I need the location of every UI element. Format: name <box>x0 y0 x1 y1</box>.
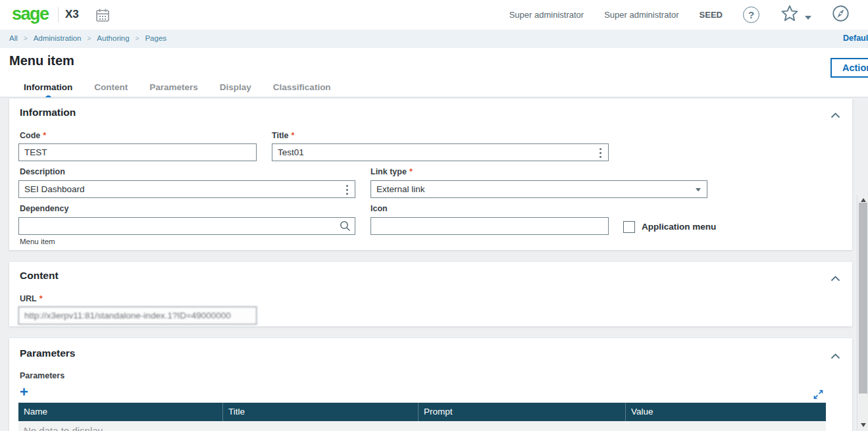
breadcrumb-separator-icon: > <box>88 35 91 42</box>
breadcrumb-item-all[interactable]: All <box>9 34 18 42</box>
information-heading: Information <box>20 107 76 118</box>
user-name[interactable]: Super administrator <box>509 10 584 20</box>
code-label-text: Code <box>20 131 40 140</box>
parameters-table: Name Title Prompt Value No data to displ… <box>18 403 826 431</box>
column-header-title[interactable]: Title <box>222 403 418 421</box>
parameters-group-label: Parameters <box>20 371 64 380</box>
tab-display[interactable]: Display <box>220 82 251 99</box>
breadcrumb-separator-icon: > <box>24 35 28 42</box>
expand-table-icon[interactable] <box>813 390 823 402</box>
required-marker: * <box>291 131 294 140</box>
title-label-text: Title <box>272 131 288 140</box>
calendar-icon[interactable] <box>95 8 110 22</box>
breadcrumb-item-pages[interactable]: Pages <box>145 34 166 42</box>
chevron-down-icon <box>696 188 701 191</box>
required-marker: * <box>43 131 46 140</box>
code-label: Code* <box>20 131 46 140</box>
endpoint-selector[interactable]: SEED <box>700 10 723 20</box>
url-label: URL* <box>20 294 43 303</box>
topbar-right-cluster: Super administrator Super administrator … <box>509 0 850 30</box>
column-header-prompt[interactable]: Prompt <box>418 403 625 421</box>
url-label-text: URL <box>20 294 37 303</box>
scrollbar-down-arrow-icon[interactable] <box>857 420 868 430</box>
breadcrumb-bar: All > Administration > Authoring > Pages… <box>0 30 868 48</box>
column-header-name[interactable]: Name <box>18 403 222 421</box>
search-icon[interactable] <box>340 220 351 234</box>
sage-logo[interactable]: sage <box>12 4 49 24</box>
link-type-select[interactable]: External link <box>370 180 707 198</box>
required-marker: * <box>409 167 413 176</box>
star-icon[interactable] <box>780 4 800 26</box>
page-title: Menu item <box>9 53 74 68</box>
content-heading: Content <box>20 270 59 282</box>
help-icon[interactable]: ? <box>743 7 759 23</box>
table-empty-message: No data to display <box>18 421 826 431</box>
application-menu-label[interactable]: Application menu <box>642 222 716 232</box>
tab-content[interactable]: Content <box>94 82 128 99</box>
code-input[interactable] <box>18 143 257 161</box>
product-name: X3 <box>65 8 79 21</box>
top-bar: sage X3 Super administrator Super admini… <box>0 0 868 30</box>
title-input[interactable] <box>272 143 609 161</box>
description-input[interactable] <box>18 180 355 198</box>
parameters-collapse-chevron-up-icon[interactable] <box>830 350 840 362</box>
breadcrumb-item-authoring[interactable]: Authoring <box>97 34 129 42</box>
parameters-heading: Parameters <box>20 347 75 359</box>
icon-input[interactable] <box>370 217 609 235</box>
link-type-value: External link <box>376 184 425 194</box>
breadcrumb-separator-icon: > <box>136 35 140 42</box>
tab-classification[interactable]: Classification <box>273 82 331 99</box>
parameters-section: Parameters Parameters + Name Title Promp… <box>9 338 852 431</box>
favorites-control[interactable] <box>780 4 811 26</box>
title-kebab-menu-icon[interactable] <box>600 148 601 150</box>
information-collapse-chevron-up-icon[interactable] <box>830 109 840 121</box>
content-section: Content URL* <box>9 262 852 326</box>
scrollbar-thumb[interactable] <box>859 203 867 393</box>
required-marker: * <box>39 294 43 303</box>
parameters-table-header: Name Title Prompt Value <box>18 403 826 421</box>
title-field-wrap <box>272 143 609 161</box>
page-header: Menu item Action Information Content Par… <box>0 48 868 97</box>
information-section: Information Code* Title* Description Lin… <box>9 99 852 250</box>
vertical-scrollbar[interactable] <box>857 195 868 431</box>
dependency-input[interactable] <box>18 217 355 235</box>
user-role[interactable]: Super administrator <box>604 10 678 20</box>
default-link[interactable]: Default <box>843 34 868 43</box>
action-button[interactable]: Action <box>830 58 868 78</box>
link-type-label: Link type* <box>370 167 413 176</box>
description-field-wrap <box>18 180 355 198</box>
column-header-value[interactable]: Value <box>625 403 826 421</box>
code-field-wrap <box>18 143 257 161</box>
breadcrumb: All > Administration > Authoring > Pages <box>9 34 166 42</box>
tab-information-label: Information <box>24 82 72 92</box>
brand-divider <box>58 7 59 22</box>
dependency-field-wrap <box>18 217 355 235</box>
content-area: Information Code* Title* Description Lin… <box>0 97 868 431</box>
description-kebab-menu-icon[interactable] <box>346 185 348 187</box>
breadcrumb-item-administration[interactable]: Administration <box>34 34 82 42</box>
link-type-label-text: Link type <box>370 167 407 176</box>
url-input[interactable] <box>18 307 257 324</box>
description-label: Description <box>20 167 65 176</box>
url-field-wrap <box>18 307 257 324</box>
favorites-caret-icon[interactable] <box>805 16 811 20</box>
explorer-compass-icon[interactable] <box>832 5 850 25</box>
icon-field-wrap <box>370 217 609 235</box>
add-row-plus-icon[interactable]: + <box>20 386 28 399</box>
content-collapse-chevron-up-icon[interactable] <box>830 272 840 284</box>
tab-information[interactable]: Information <box>24 82 72 99</box>
tab-bar: Information Content Parameters Display C… <box>24 82 331 99</box>
dependency-label: Dependency <box>20 204 68 213</box>
tab-parameters[interactable]: Parameters <box>149 82 198 99</box>
application-menu-checkbox[interactable] <box>623 221 635 233</box>
title-label: Title* <box>272 131 294 140</box>
dependency-helper-text: Menu item <box>20 238 55 245</box>
icon-field-label: Icon <box>370 204 388 213</box>
